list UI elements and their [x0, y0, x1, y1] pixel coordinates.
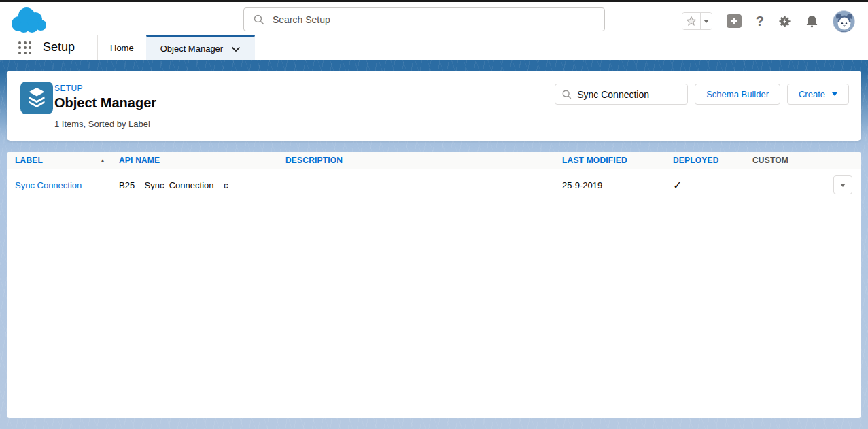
object-link-sync-connection[interactable]: Sync Connection: [15, 180, 82, 190]
cell-api-name: B25__Sync_Connection__c: [111, 180, 277, 190]
column-header-deployed[interactable]: DEPLOYED: [665, 156, 744, 165]
layers-stack-icon: [20, 82, 53, 114]
column-header-label[interactable]: LABEL ▲: [7, 156, 111, 165]
plus-icon: [727, 14, 742, 28]
chevron-down-icon: [832, 92, 837, 96]
search-icon: [562, 90, 572, 99]
global-search[interactable]: [243, 7, 605, 31]
create-button-label: Create: [799, 89, 825, 99]
row-actions-button[interactable]: [833, 175, 852, 194]
page-title: Object Manager: [54, 95, 156, 111]
column-header-custom: CUSTOM: [744, 156, 824, 165]
app-launcher-icon[interactable]: [18, 41, 32, 54]
notifications-button[interactable]: [805, 14, 818, 28]
column-label-text: LABEL: [15, 156, 43, 165]
object-table-panel: LABEL ▲ API NAME DESCRIPTION LAST MODIFI…: [7, 152, 861, 418]
column-header-last-modified[interactable]: LAST MODIFIED: [554, 156, 665, 165]
quick-create-button[interactable]: [727, 14, 742, 28]
tab-object-manager[interactable]: Object Manager: [146, 35, 256, 60]
cell-label: Sync Connection: [7, 180, 111, 190]
column-header-api-name[interactable]: API NAME: [111, 156, 277, 165]
global-search-input[interactable]: [264, 8, 604, 31]
setup-nav-bar: Setup Home Object Manager: [0, 35, 868, 60]
object-manager-icon: [20, 82, 53, 114]
question-mark-icon: ?: [756, 14, 764, 29]
search-icon: [254, 14, 264, 25]
tab-object-manager-label: Object Manager: [160, 44, 224, 54]
cell-deployed: ✓: [665, 179, 744, 192]
favorites-star-button[interactable]: [682, 13, 700, 29]
setup-eyebrow-label: SETUP: [54, 84, 83, 93]
main-content: SETUP Object Manager 1 Items, Sorted by …: [0, 60, 868, 429]
star-icon: [686, 16, 697, 27]
sort-ascending-icon: ▲: [100, 158, 105, 164]
table-header-row: LABEL ▲ API NAME DESCRIPTION LAST MODIFI…: [7, 152, 861, 169]
bell-icon: [805, 14, 818, 28]
gear-icon: [778, 15, 791, 28]
favorites-group: [682, 12, 712, 30]
cell-last-modified: 25-9-2019: [554, 180, 665, 190]
quick-find-input[interactable]: [572, 84, 687, 104]
create-button[interactable]: Create: [787, 84, 849, 105]
global-header: ?: [0, 2, 868, 35]
header-actions: ?: [682, 10, 855, 33]
help-button[interactable]: ?: [756, 14, 764, 29]
nav-tabs: Home Object Manager: [97, 35, 255, 60]
table-row: Sync Connection B25__Sync_Connection__c …: [7, 169, 861, 201]
item-count-summary: 1 Items, Sorted by Label: [54, 119, 150, 129]
chevron-down-icon: [704, 20, 709, 23]
tab-home[interactable]: Home: [97, 35, 146, 60]
page-header-controls: Schema Builder Create: [555, 84, 849, 105]
chevron-down-icon: [231, 46, 241, 52]
column-header-description[interactable]: DESCRIPTION: [277, 156, 554, 165]
app-name-label: Setup: [43, 35, 75, 60]
setup-gear-button[interactable]: [778, 15, 791, 28]
favorites-dropdown-button[interactable]: [700, 13, 712, 29]
salesforce-logo: [9, 6, 48, 35]
astro-avatar-icon: [833, 11, 855, 33]
chevron-down-icon: [840, 184, 846, 187]
check-icon: ✓: [673, 179, 682, 191]
schema-builder-button[interactable]: Schema Builder: [695, 84, 780, 105]
page-header-card: SETUP Object Manager 1 Items, Sorted by …: [7, 71, 861, 141]
quick-find-box[interactable]: [555, 84, 688, 105]
user-avatar[interactable]: [833, 10, 855, 33]
